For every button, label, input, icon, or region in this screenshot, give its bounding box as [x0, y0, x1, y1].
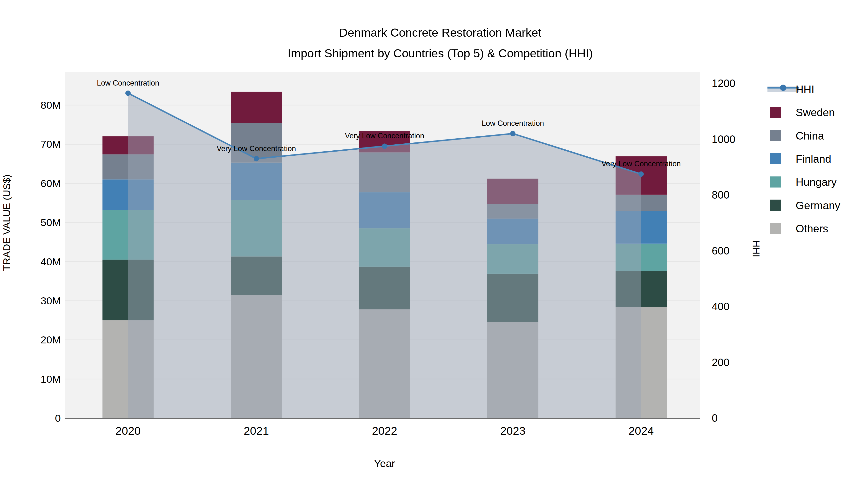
- hhi-marker-2023: [510, 131, 516, 136]
- legend-item-hungary[interactable]: Hungary: [770, 176, 837, 188]
- annotation-2020: Low Concentration: [97, 79, 159, 87]
- chart-title-line1: Denmark Concrete Restoration Market: [339, 26, 541, 39]
- hhi-marker-2024: [639, 171, 644, 177]
- hhi-marker-2021: [254, 156, 259, 161]
- legend-swatch-finland: [770, 153, 781, 164]
- annotation-2022: Very Low Concentration: [345, 132, 424, 140]
- legend-swatch-hungary: [770, 176, 781, 188]
- legend-item-china[interactable]: China: [770, 130, 824, 142]
- legend-swatch-sweden: [770, 107, 781, 118]
- y-right-tick-600: 600: [712, 245, 730, 257]
- legend-item-germany[interactable]: Germany: [770, 199, 840, 212]
- annotation-2021: Very Low Concentration: [217, 144, 296, 153]
- hhi-marker-swatch: [780, 85, 786, 91]
- y-right-tick-0: 0: [712, 412, 717, 424]
- annotation-2024: Very Low Concentration: [601, 160, 681, 168]
- legend-item-others[interactable]: Others: [770, 222, 828, 235]
- legend-label-china: China: [796, 130, 824, 142]
- legend-label-others: Others: [796, 222, 828, 235]
- x-tick-2023: 2023: [500, 424, 526, 437]
- legend: HHISwedenChinaFinlandHungaryGermanyOther…: [768, 83, 840, 235]
- y-right-tick-1000: 1000: [712, 133, 735, 145]
- x-tick-2022: 2022: [372, 424, 397, 437]
- y-left-tick-10M: 10M: [40, 373, 61, 385]
- legend-item-sweden[interactable]: Sweden: [770, 106, 835, 119]
- y-left-tick-0: 0: [55, 412, 61, 424]
- legend-label-finland: Finland: [796, 153, 831, 165]
- x-tick-2020: 2020: [116, 424, 141, 437]
- legend-swatch-china: [770, 130, 781, 141]
- y-left-axis-title: TRADE VALUE (US$): [1, 174, 12, 271]
- legend-label-hhi: HHI: [796, 83, 814, 95]
- y-right-tick-1200: 1200: [712, 77, 735, 89]
- legend-swatch-others: [770, 223, 781, 234]
- y-left-tick-50M: 50M: [40, 217, 61, 228]
- y-left-tick-60M: 60M: [40, 177, 61, 189]
- y-right-tick-400: 400: [712, 300, 730, 312]
- legend-label-germany: Germany: [796, 199, 840, 212]
- legend-label-hungary: Hungary: [796, 176, 837, 188]
- y-right-axis-title: HHI: [751, 240, 762, 257]
- chart-title-line2: Import Shipment by Countries (Top 5) & C…: [288, 47, 593, 60]
- y-left-tick-80M: 80M: [40, 99, 61, 111]
- legend-swatch-germany: [770, 200, 781, 211]
- x-tick-2024: 2024: [628, 424, 654, 437]
- legend-item-finland[interactable]: Finland: [770, 153, 831, 165]
- bar-segment-2021-sweden: [231, 92, 282, 123]
- y-left-tick-40M: 40M: [40, 256, 61, 267]
- annotation-2023: Low Concentration: [482, 119, 544, 128]
- combo-chart: Low ConcentrationVery Low ConcentrationV…: [0, 0, 868, 488]
- y-right-tick-200: 200: [712, 356, 730, 368]
- x-tick-2021: 2021: [244, 424, 269, 437]
- y-left-tick-20M: 20M: [40, 334, 61, 346]
- legend-label-sweden: Sweden: [796, 106, 835, 119]
- y-left-tick-70M: 70M: [40, 138, 61, 150]
- y-left-tick-30M: 30M: [40, 295, 61, 306]
- hhi-marker-2022: [382, 143, 387, 149]
- x-axis-title: Year: [374, 458, 395, 469]
- hhi-marker-2020: [125, 91, 131, 96]
- y-right-tick-800: 800: [712, 189, 730, 201]
- chart-container: Low ConcentrationVery Low ConcentrationV…: [0, 0, 868, 488]
- legend-item-hhi[interactable]: HHI: [768, 83, 814, 95]
